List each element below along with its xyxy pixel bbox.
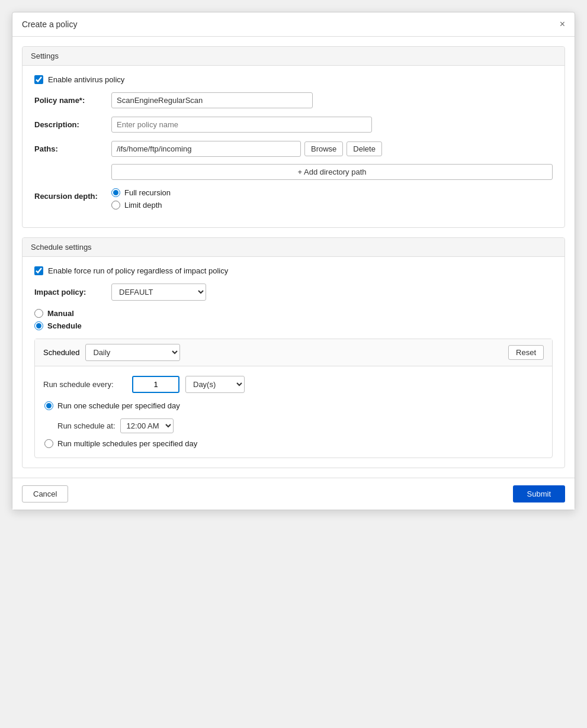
run-one-label: Run one schedule per specified day <box>57 401 180 410</box>
close-button[interactable]: × <box>560 20 565 29</box>
browse-button[interactable]: Browse <box>304 141 343 156</box>
limit-depth-radio[interactable] <box>111 201 120 210</box>
policy-name-row: Policy name*: <box>34 92 553 108</box>
cancel-button[interactable]: Cancel <box>22 485 68 502</box>
schedule-row: Schedule <box>34 321 553 330</box>
paths-label: Paths: <box>34 141 111 153</box>
description-wrap <box>111 117 553 133</box>
paths-row: Paths: Browse Delete + Add directory pat… <box>34 141 553 180</box>
schedule-box-body: Run schedule every: Day(s) Week(s) Month… <box>35 366 552 458</box>
policy-name-input[interactable] <box>111 92 313 108</box>
schedule-section-body: Enable force run of policy regardless of… <box>23 257 564 468</box>
settings-section: Settings Enable antivirus policy Policy … <box>22 46 565 228</box>
enable-force-checkbox[interactable] <box>34 266 43 275</box>
schedule-section-header: Schedule settings <box>23 238 564 257</box>
scheduled-box: Scheduled Daily Weekly Monthly Reset <box>34 339 553 458</box>
path-entry-row: Browse Delete <box>111 141 553 157</box>
policy-name-wrap <box>111 92 553 108</box>
frequency-select[interactable]: Daily Weekly Monthly <box>85 344 180 361</box>
full-recursion-row: Full recursion <box>111 188 553 197</box>
enable-antivirus-row: Enable antivirus policy <box>34 75 553 84</box>
run-multiple-radio[interactable] <box>44 439 53 448</box>
scheduled-label: Scheduled <box>43 348 79 357</box>
enable-antivirus-label: Enable antivirus policy <box>48 75 124 84</box>
manual-radio[interactable] <box>34 309 43 318</box>
run-multiple-row: Run multiple schedules per specified day <box>44 439 544 448</box>
paths-wrap: Browse Delete + Add directory path <box>111 141 553 180</box>
dialog-header: Create a policy × <box>12 12 575 37</box>
run-one-radio[interactable] <box>44 401 53 410</box>
run-every-unit-select[interactable]: Day(s) Week(s) Month(s) <box>185 376 245 393</box>
create-policy-dialog: Create a policy × Settings Enable antivi… <box>12 12 575 510</box>
enable-antivirus-checkbox[interactable] <box>34 75 43 84</box>
enable-force-label: Enable force run of policy regardless of… <box>48 266 228 275</box>
impact-policy-label: Impact policy: <box>34 288 111 297</box>
impact-policy-select[interactable]: DEFAULT LOW MEDIUM HIGH <box>111 284 206 301</box>
full-recursion-radio[interactable] <box>111 188 120 197</box>
run-at-label: Run schedule at: <box>57 421 116 430</box>
submit-button[interactable]: Submit <box>513 485 565 502</box>
schedule-radio[interactable] <box>34 321 43 330</box>
full-recursion-label: Full recursion <box>124 188 171 197</box>
schedule-type-group: Manual Schedule <box>34 309 553 330</box>
run-every-row: Run schedule every: Day(s) Week(s) Month… <box>43 376 544 393</box>
recursion-depth-label: Recursion depth: <box>34 188 111 201</box>
run-at-option: Run schedule at: 12:00 AM 1:00 AM 6:00 A… <box>44 418 544 433</box>
dialog-body: Settings Enable antivirus policy Policy … <box>12 37 575 478</box>
manual-row: Manual <box>34 309 553 318</box>
limit-depth-label: Limit depth <box>124 201 162 210</box>
manual-label: Manual <box>47 309 74 318</box>
recursion-depth-row: Recursion depth: Full recursion Limit de… <box>34 188 553 210</box>
run-every-label: Run schedule every: <box>43 380 126 389</box>
dialog-title: Create a policy <box>22 20 77 29</box>
settings-section-body: Enable antivirus policy Policy name*: De… <box>23 66 564 227</box>
run-at-select[interactable]: 12:00 AM 1:00 AM 6:00 AM 12:00 PM <box>120 418 174 433</box>
run-multiple-label: Run multiple schedules per specified day <box>57 439 197 448</box>
path-input[interactable] <box>111 141 301 157</box>
limit-depth-row: Limit depth <box>111 201 553 210</box>
description-row: Description: <box>34 117 553 133</box>
schedule-box-header-left: Scheduled Daily Weekly Monthly <box>43 344 180 361</box>
description-label: Description: <box>34 117 111 129</box>
recursion-depth-wrap: Full recursion Limit depth <box>111 188 553 210</box>
schedule-section: Schedule settings Enable force run of po… <box>22 237 565 468</box>
reset-button[interactable]: Reset <box>508 345 544 360</box>
enable-force-row: Enable force run of policy regardless of… <box>34 266 553 275</box>
run-one-row: Run one schedule per specified day <box>44 401 544 410</box>
delete-button[interactable]: Delete <box>347 141 382 156</box>
schedule-label: Schedule <box>47 321 82 330</box>
run-every-input[interactable] <box>132 376 179 393</box>
impact-policy-row: Impact policy: DEFAULT LOW MEDIUM HIGH <box>34 284 553 301</box>
schedule-options: Run one schedule per specified day Run s… <box>43 401 544 448</box>
schedule-box-header: Scheduled Daily Weekly Monthly Reset <box>35 339 552 366</box>
description-input[interactable] <box>111 117 372 133</box>
recursion-radio-group: Full recursion Limit depth <box>111 188 553 210</box>
add-directory-path-button[interactable]: + Add directory path <box>111 164 553 180</box>
policy-name-label: Policy name*: <box>34 92 111 105</box>
dialog-footer: Cancel Submit <box>12 478 575 510</box>
settings-section-header: Settings <box>23 47 564 66</box>
